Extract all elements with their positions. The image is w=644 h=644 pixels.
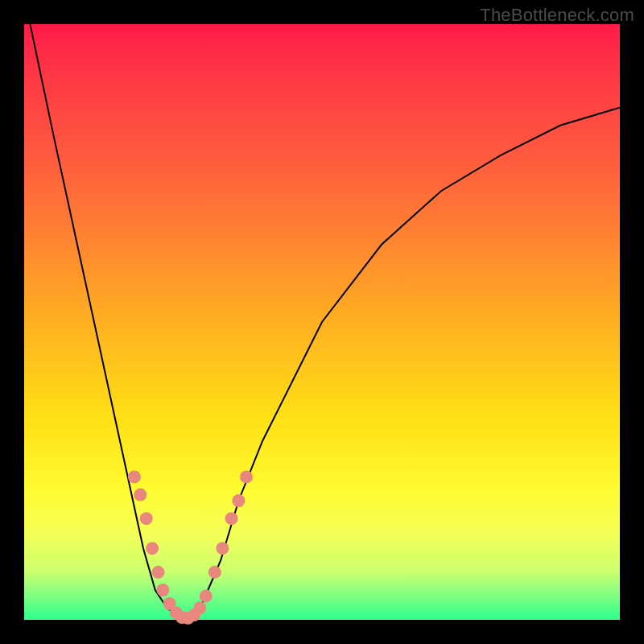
data-point-marker <box>232 494 245 507</box>
data-point-marker <box>146 542 159 555</box>
chart-plot-area <box>24 24 620 620</box>
data-point-marker <box>134 489 147 502</box>
data-point-marker <box>156 584 169 597</box>
data-point-marker <box>216 542 229 555</box>
data-point-marker <box>193 601 206 614</box>
data-point-marker <box>128 470 141 483</box>
watermark-text: TheBottleneck.com <box>480 5 634 26</box>
data-point-marker <box>208 566 221 579</box>
data-point-marker <box>200 589 213 602</box>
data-point-markers <box>128 470 253 624</box>
bottleneck-curve-left <box>30 24 184 620</box>
chart-outer-frame: TheBottleneck.com <box>0 0 644 644</box>
data-point-marker <box>152 566 165 579</box>
data-point-marker <box>225 512 238 525</box>
bottleneck-curve-right <box>185 108 620 620</box>
data-point-marker <box>240 470 253 483</box>
data-point-marker <box>140 512 153 525</box>
chart-svg <box>24 24 620 620</box>
